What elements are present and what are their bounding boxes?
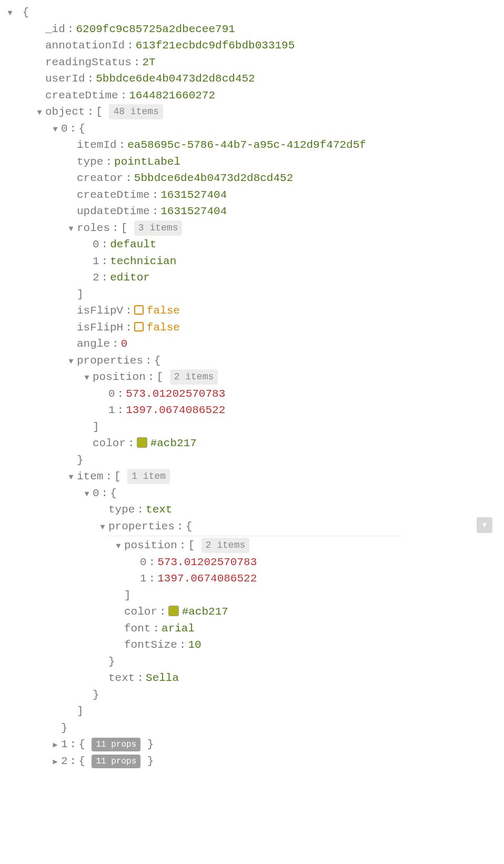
caret-down-icon[interactable] (98, 522, 107, 534)
row-roles-close: ] (5, 286, 499, 303)
row-item-pos-0: 0:573.01202570783 (5, 554, 499, 571)
row-object[interactable]: object:[ 48 items (5, 104, 499, 120)
row-pos-close: ] (5, 419, 499, 436)
row-item-pos-close: ] (5, 587, 499, 604)
caret-down-icon[interactable] (114, 541, 123, 553)
caret-down-icon[interactable] (66, 224, 76, 236)
row-createDtime2: createDtime:1631527404 (5, 187, 499, 204)
caret-down-icon[interactable] (66, 472, 76, 484)
row-roles-2: 2:editor (5, 269, 499, 286)
row-item-font: font:arial (5, 620, 499, 637)
row-createDtime: createDtime:1644821660272 (5, 87, 499, 104)
color-swatch (168, 606, 179, 616)
row-updateDtime: updateDtime:1631527404 (5, 203, 499, 220)
row-isFlipV: isFlipV:false (5, 303, 499, 319)
row-item-0[interactable]: 0:{ (5, 485, 499, 502)
row-roles-1: 1:technician (5, 253, 499, 270)
caret-down-icon[interactable] (35, 107, 44, 119)
caret-down-icon[interactable] (51, 124, 60, 136)
caret-down-icon[interactable] (66, 356, 76, 368)
props-badge: 11 props (92, 738, 140, 751)
row-userId: userId:5bbdce6de4b0473d2d8cd452 (5, 71, 499, 87)
row-object-0[interactable]: 0:{ (5, 120, 499, 137)
props-badge: 11 props (92, 755, 140, 768)
count-badge: 3 items (134, 220, 183, 236)
row-item-color: color:#acb217 (5, 604, 499, 620)
row-pos-0: 0:573.01202570783 (5, 386, 499, 403)
row-item-properties-close: } (5, 654, 499, 670)
row-properties-close: } (5, 452, 499, 469)
row-type: type:pointLabel (5, 154, 499, 170)
json-tree: { _id:6209fc9c85725a2dbecee791 annotatio… (5, 4, 499, 769)
row-isFlipH: isFlipH:false (5, 319, 499, 336)
row-item-close: ] (5, 703, 499, 720)
caret-right-icon[interactable] (51, 740, 60, 752)
row-creator: creator:5bbdce6de4b0473d2d8cd452 (5, 170, 499, 187)
row-roles-0: 0:default (5, 236, 499, 253)
row-readingStatus: readingStatus:2T (5, 54, 499, 71)
caret-down-icon[interactable] (5, 8, 15, 20)
color-swatch (137, 437, 147, 448)
root-open[interactable]: { (5, 4, 499, 21)
count-badge: 48 items (109, 104, 163, 119)
row-item-text: text:Sella (5, 670, 499, 687)
row-color: color:#acb217 (5, 435, 499, 452)
row-pos-1: 1:1397.0674086522 (5, 402, 499, 419)
dropdown-button[interactable]: ▼ (477, 517, 492, 533)
caret-down-icon[interactable] (82, 489, 92, 501)
row-object-0-close: } (5, 720, 499, 737)
row-item-fontSize: fontSize:10 (5, 637, 499, 654)
row-item-pos-1: 1:1397.0674086522 (5, 570, 499, 587)
row-object-1[interactable]: 1:{ 11 props } (5, 736, 499, 753)
row-item-type: type:text (5, 501, 499, 518)
row-properties[interactable]: properties:{ (5, 353, 499, 369)
count-badge: 2 items (170, 369, 218, 385)
caret-down-icon[interactable] (82, 373, 92, 385)
row-annotationId: annotationId:613f21ecbdc9df6bdb033195 (5, 37, 499, 54)
caret-right-icon[interactable] (51, 757, 60, 769)
row-item-position[interactable]: position:[ 2 items (5, 537, 499, 554)
row-position[interactable]: position:[ 2 items (5, 369, 499, 386)
row-object-2[interactable]: 2:{ 11 props } (5, 753, 499, 770)
checkbox-icon[interactable] (134, 322, 144, 331)
count-badge: 1 item (127, 469, 170, 484)
checkbox-icon[interactable] (134, 305, 144, 315)
row-id: _id:6209fc9c85725a2dbecee791 (5, 21, 499, 38)
row-roles[interactable]: roles:[ 3 items (5, 220, 499, 237)
row-itemId: itemId:ea58695c-5786-44b7-a95c-412d9f472… (5, 137, 499, 154)
row-item-0-close: } (5, 687, 499, 704)
row-item[interactable]: item:[ 1 item (5, 468, 499, 485)
row-angle: angle:0 (5, 336, 499, 353)
row-item-properties[interactable]: properties:{▼ (5, 518, 499, 538)
count-badge: 2 items (201, 538, 250, 553)
